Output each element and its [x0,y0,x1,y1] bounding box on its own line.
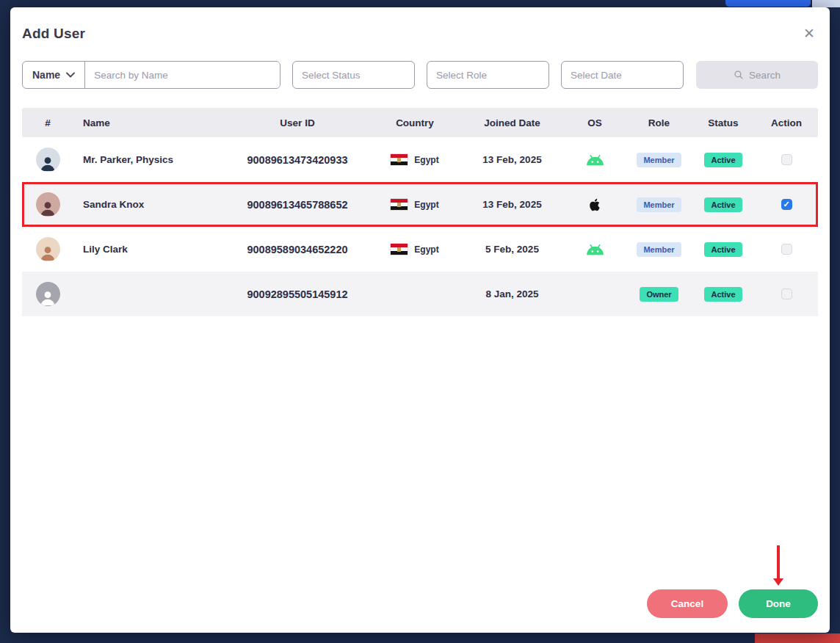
joined-date: 13 Feb, 2025 [463,154,562,165]
status-cell: Active [690,287,756,302]
role-badge: Member [637,197,681,212]
egypt-flag-icon [391,244,408,255]
column-header-os: OS [562,117,628,128]
row-checkbox[interactable] [781,288,792,299]
status-badge: Active [704,242,742,257]
os-cell [562,244,628,255]
person-icon [39,288,57,306]
column-header-index: # [22,117,73,128]
column-header-action: Action [756,117,817,128]
action-cell [756,154,817,165]
row-checkbox[interactable] [781,244,792,255]
role-cell: Member [628,197,690,212]
joined-date: 8 Jan, 2025 [463,288,562,299]
os-cell [562,197,628,212]
column-header-status: Status [690,117,756,128]
row-checkbox[interactable] [781,154,792,165]
avatar [36,192,60,217]
name-filter-label: Name [32,69,60,81]
status-cell: Active [690,242,756,257]
role-cell: Owner [628,287,690,302]
row-checkbox[interactable] [781,199,792,210]
cancel-button[interactable]: Cancel [647,589,728,618]
role-cell: Member [628,242,690,257]
user-name: Sandra Knox [73,199,228,210]
column-header-joined-date: Joined Date [463,117,562,128]
search-button[interactable]: Search [696,61,818,89]
column-header-role: Role [628,117,690,128]
chevron-down-icon [66,72,75,78]
select-date-input[interactable] [561,61,684,89]
avatar [36,148,60,172]
status-cell: Active [690,153,756,167]
select-role-input[interactable] [427,61,549,89]
column-header-user-id: User ID [228,117,367,128]
action-cell [756,199,817,210]
avatar-cell [22,148,73,172]
flag-emblem [397,247,401,252]
person-icon [39,244,57,261]
android-icon [585,154,605,166]
search-by-name-input[interactable] [85,62,280,88]
user-id: 90092895505145912 [228,288,367,300]
done-button[interactable]: Done [739,589,818,618]
column-header-name: Name [73,117,228,128]
screen: Add User ✕ Name Search # Name User ID [0,0,840,643]
country-label: Egypt [414,200,438,210]
egypt-flag-icon [391,154,408,165]
flag-emblem [397,203,401,207]
android-icon [585,244,605,255]
role-badge: Member [637,153,681,167]
country-cell: Egypt [367,244,463,255]
country-label: Egypt [414,155,438,165]
select-status-input[interactable] [292,61,415,89]
background-corner [812,0,840,7]
table-row[interactable]: Sandra Knox 90089613465788652 Egypt 13 F… [22,182,818,227]
avatar [36,237,60,261]
search-icon [734,70,744,80]
add-user-modal: Add User ✕ Name Search # Name User ID [10,7,830,633]
role-badge: Owner [640,287,678,302]
egypt-flag-icon [391,199,408,210]
status-badge: Active [704,153,742,167]
column-header-country: Country [367,117,463,128]
user-name: Lily Clark [73,244,228,255]
avatar-cell [22,192,73,217]
arrow-head [773,578,783,586]
avatar-cell [22,282,73,306]
avatar-cell [22,237,73,261]
table-row[interactable]: Lily Clark 90089589034652220 Egypt 5 Feb… [22,227,818,272]
modal-footer: Cancel Done [647,589,818,618]
user-id: 90089589034652220 [228,244,367,255]
table-row[interactable]: 90092895505145912 8 Jan, 2025 Owner Acti… [22,272,818,316]
modal-title: Add User [22,26,85,42]
user-id: 90089613473420933 [228,154,367,166]
joined-date: 13 Feb, 2025 [463,199,562,210]
country-label: Egypt [414,244,438,255]
country-cell: Egypt [367,154,463,165]
close-icon[interactable]: ✕ [800,25,818,42]
background-blue-button [725,0,811,7]
action-cell [756,288,817,299]
name-search-group: Name [22,61,280,89]
annotation-arrow [772,545,784,586]
user-name: Mr. Parker, Physics [73,154,228,165]
role-badge: Member [637,242,681,257]
table-header: # Name User ID Country Joined Date OS Ro… [22,108,818,137]
status-cell: Active [690,197,756,212]
status-badge: Active [704,287,742,302]
table-row[interactable]: Mr. Parker, Physics 90089613473420933 Eg… [22,137,818,182]
filter-bar: Name Search [22,61,818,89]
name-filter-dropdown[interactable]: Name [23,62,85,88]
action-cell [756,244,817,255]
table-body: Mr. Parker, Physics 90089613473420933 Eg… [22,137,818,316]
arrow-line [777,545,780,578]
role-cell: Member [628,153,690,167]
apple-icon [588,197,601,212]
joined-date: 5 Feb, 2025 [463,244,562,255]
person-icon [39,154,57,172]
avatar [36,282,60,306]
person-icon [39,199,57,217]
os-cell [562,154,628,166]
country-cell: Egypt [367,199,463,210]
